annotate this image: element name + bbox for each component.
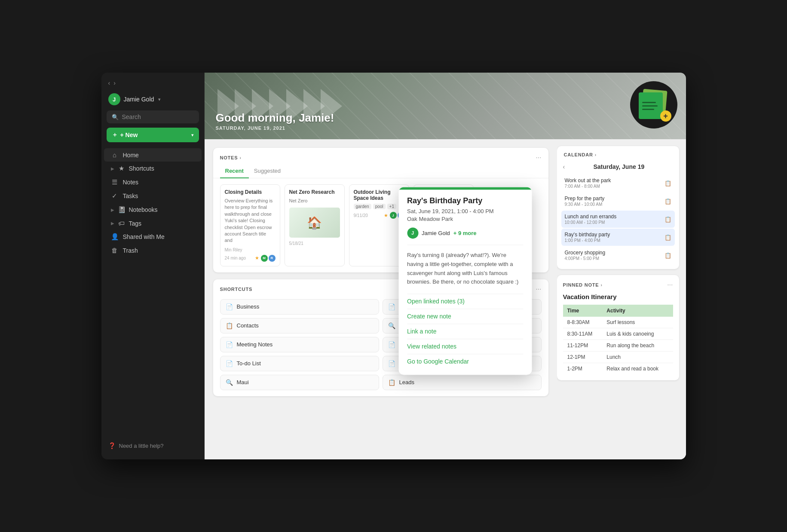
popup-action-google-cal[interactable]: Go to Google Calendar [407,354,523,369]
note-card-netzero[interactable]: Net Zero Research Net Zero 🏠 5/18/21 [285,184,345,266]
note-line [642,109,654,110]
star-icon: ★ [255,255,259,261]
cal-event-workout[interactable]: Work out at the park 7:00 AM - 8:00 AM 📋 [561,174,675,192]
sidebar-item-notebooks[interactable]: ▶ 📓 Notebooks [104,203,202,217]
user-row[interactable]: J Jamie Gold ▾ [101,91,204,110]
shortcuts-menu-icon[interactable]: ··· [536,285,541,293]
avatar: J [390,212,397,219]
sidebar-item-shared-label: Shared with Me [123,233,165,240]
cal-note-icon: 📋 [665,198,671,205]
table-row: 8-8:30AM Surf lessons [563,317,673,328]
tasks-icon: ✓ [111,192,119,200]
shortcut-label: Business [237,303,260,310]
nav-forward-button[interactable]: › [113,79,116,86]
shortcut-contacts[interactable]: 📋 Contacts [220,318,379,333]
sidebar-item-notebooks-label: Notebooks [129,206,158,213]
table-cell-time: 12-1PM [563,352,603,363]
sidebar-item-shortcuts[interactable]: ▶ ★ Shortcuts [104,162,202,175]
calendar-section-title[interactable]: CALENDAR › [564,152,597,157]
table-cell-activity: Lunch [602,352,673,363]
calendar-widget: CALENDAR › ‹ Saturday, June 19 Work [557,146,679,269]
search-label: Search [122,113,141,120]
popup-description: Ray's turning 8 (already? what!?). We're… [407,245,523,287]
cal-event-grocery[interactable]: Grocery shopping 4:00PM - 5:00 PM 📋 [561,247,675,264]
tag-garden: garden [354,204,371,209]
avatar: J [108,93,120,105]
sidebar-item-shared[interactable]: 👤 Shared with Me [104,230,202,244]
sidebar-item-home[interactable]: ⌂ Home [104,148,202,162]
sidebar: ‹ › J Jamie Gold ▾ 🔍 Search ＋ + New ▾ ⌂ … [101,73,205,459]
avatar-riley: R [269,255,276,262]
shortcut-label: Maui [237,379,249,385]
tab-suggested[interactable]: Suggested [249,165,286,178]
shortcuts-icon: ★ [118,165,126,172]
new-button[interactable]: ＋ + New ▾ [107,128,199,142]
note-icon-front [639,92,663,119]
popup-action-related-notes[interactable]: View related notes [407,339,523,354]
pinned-note-menu-icon[interactable]: ··· [667,281,673,289]
popup-attendees: J Jamie Gold + 9 more [407,227,523,238]
shortcut-leads[interactable]: 📋 Leads [383,375,542,390]
notes-icon: ☰ [111,178,119,186]
sidebar-item-tags[interactable]: ▶ 🏷 Tags [104,217,202,230]
tags-icon: 🏷 [118,220,126,227]
popup-avatar: J [407,227,418,238]
document-icon: 📄 [388,303,396,310]
calendar-header-row: ‹ Saturday, June 19 [557,157,679,172]
shortcut-todo[interactable]: 📄 To-do List [220,356,379,371]
hero-text: Good morning, Jamie! SATURDAY, JUNE 19, … [216,111,334,131]
table-cell-activity: Relax and read a book [602,363,673,375]
shortcut-meeting-notes[interactable]: 📄 Meeting Notes [220,337,379,352]
note-card-image: 🏠 [289,208,340,238]
note-icon-stack: + [639,90,669,120]
hero-greeting: Good morning, Jamie! [216,111,334,125]
pinned-note-widget: PINNED NOTE › ··· Vacation Itinerary Tim… [557,275,679,380]
note-card-title: Net Zero Research [289,189,340,195]
popup-event-title: Ray's Birthday Party [407,196,523,205]
sidebar-item-trash[interactable]: 🗑 Trash [104,244,202,257]
table-cell-activity: Luis & kids canoeing [602,328,673,340]
table-cell-activity: Run along the beach [602,340,673,352]
shared-icon: 👤 [111,233,119,241]
popup-action-link-note[interactable]: Link a note [407,324,523,339]
sidebar-item-notes[interactable]: ☰ Notes [104,175,202,189]
sidebar-item-shortcuts-label: Shortcuts [129,165,154,172]
popup-action-create-note[interactable]: Create new note [407,309,523,324]
shortcut-label: Meeting Notes [237,341,273,348]
note-card-footer: 24 min ago ★ M R [225,255,276,262]
note-card-preview: Overview Everything is here to prep for … [225,198,276,244]
shortcut-label: Leads [399,379,414,385]
table-col-time: Time [563,305,603,317]
table-cell-time: 11-12PM [563,340,603,352]
shortcut-maui[interactable]: 🔍 Maui [220,375,379,390]
cal-event-lunch[interactable]: Lunch and run errands 10:00 AM - 12:00 P… [561,211,675,228]
popup-action-linked-notes[interactable]: Open linked notes (3) [407,294,523,309]
user-name: Jamie Gold [124,96,154,103]
cal-prev-button[interactable]: ‹ [563,163,565,170]
help-link[interactable]: ❓ Need a little help? [101,437,204,454]
nav-back-button[interactable]: ‹ [108,79,110,86]
search-bar[interactable]: 🔍 Search [107,110,199,123]
user-chevron-icon: ▾ [158,97,161,102]
sidebar-item-tasks[interactable]: ✓ Tasks [104,189,202,203]
sidebar-item-tasks-label: Tasks [123,193,138,199]
clipboard-icon: 📋 [388,379,396,386]
cal-event-birthday[interactable]: Ray's birthday party 1:00 PM - 4:00 PM 📋 [561,229,675,246]
note-card-footer: 9/11/20 ★ J D [354,212,404,219]
sidebar-item-trash-label: Trash [123,247,138,254]
pinned-note-section-title[interactable]: PINNED NOTE › [563,282,603,287]
new-button-chevron-icon: ▾ [191,132,194,138]
notes-widget-title[interactable]: NOTES › [220,155,242,160]
shortcut-business[interactable]: 📄 Business [220,299,379,315]
popup-more-attendees[interactable]: + 9 more [453,230,477,236]
notes-expand-icon: › [239,156,241,160]
tab-recent[interactable]: Recent [220,165,249,178]
document-icon: 📄 [226,303,233,310]
note-card-closing[interactable]: Closing Details Overview Everything is h… [220,184,280,266]
note-card-date: 9/11/20 [354,213,368,218]
calendar-widget-header: CALENDAR › [557,146,679,157]
notes-menu-icon[interactable]: ··· [536,154,541,162]
table-cell-time: 1-2PM [563,363,603,375]
cal-event-prep[interactable]: Prep for the party 9:30 AM - 10:00 AM 📋 [561,193,675,210]
table-cell-time: 8-8:30AM [563,317,603,328]
